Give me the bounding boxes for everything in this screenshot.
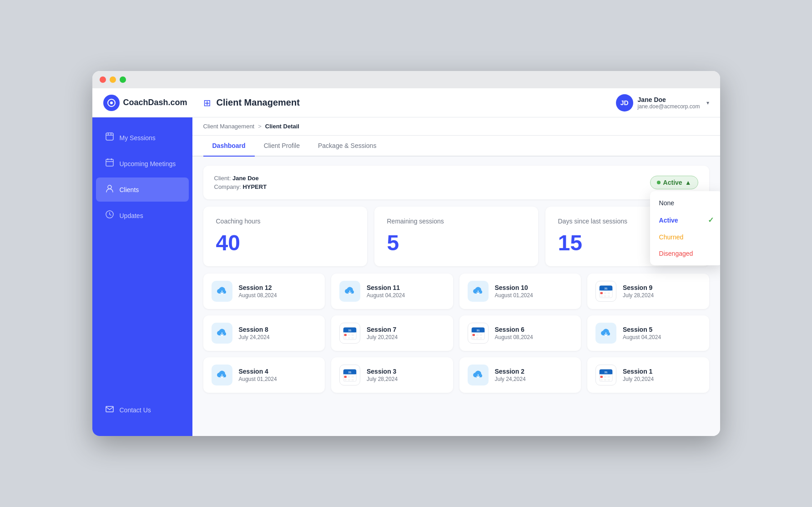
cloud-icon (212, 365, 232, 385)
session-date: August 01,2024 (495, 292, 573, 299)
churned-label: Churned (659, 233, 684, 241)
titlebar (92, 71, 720, 88)
session-card-session-12[interactable]: Session 12 August 08,2024 (203, 274, 325, 309)
status-option-active[interactable]: Active ✓ (650, 211, 720, 229)
svg-text:31: 31 (348, 329, 352, 332)
logo-icon (103, 95, 120, 111)
session-card-session-2[interactable]: Session 2 July 24,2024 (459, 357, 581, 393)
user-info: Jane Doe jane.doe@acmecorp.com (638, 96, 700, 110)
session-name: Session 11 (367, 284, 445, 291)
status-option-disengaged[interactable]: Disengaged (650, 245, 720, 262)
sidebar-bottom: Contact Us (92, 391, 192, 429)
session-info: Session 10 August 01,2024 (495, 284, 573, 299)
session-info: Session 9 July 28,2024 (623, 284, 701, 299)
svg-rect-19 (604, 292, 606, 294)
calendar-icon: 31 (595, 365, 616, 385)
status-option-churned[interactable]: Churned (650, 229, 720, 245)
session-info: Session 1 July 20,2024 (623, 368, 701, 382)
svg-rect-23 (608, 295, 610, 297)
svg-text:31: 31 (605, 287, 608, 290)
session-info: Session 3 July 28,2024 (367, 368, 445, 382)
svg-rect-42 (479, 334, 482, 336)
session-name: Session 9 (623, 284, 701, 291)
session-card-session-7[interactable]: 31 Session 7 July 20,2024 (331, 315, 453, 351)
svg-text:31: 31 (605, 370, 608, 374)
coaching-hours-value: 40 (216, 230, 354, 255)
session-info: Session 8 July 24,2024 (239, 326, 317, 340)
calendar-icon: 31 (468, 323, 489, 344)
tab-client-profile[interactable]: Client Profile (255, 136, 309, 157)
tab-package-sessions[interactable]: Package & Sessions (309, 136, 385, 157)
avatar: JD (616, 94, 633, 112)
session-date: August 08,2024 (239, 292, 317, 299)
maximize-button[interactable] (120, 76, 126, 83)
sidebar-item-my-sessions[interactable]: My Sessions (96, 126, 189, 150)
coaching-hours-label: Coaching hours (216, 218, 354, 225)
header-title-area: ⊞ Client Management (203, 97, 616, 108)
sidebar-label-upcoming-meetings: Upcoming Meetings (120, 160, 176, 167)
svg-rect-43 (472, 337, 474, 339)
svg-rect-31 (352, 334, 354, 336)
session-card-session-1[interactable]: 31 Session 1 July 20,2024 (587, 357, 709, 393)
session-card-session-6[interactable]: 31 Session 6 August 08,2024 (459, 315, 581, 351)
svg-rect-51 (344, 376, 347, 378)
tab-dashboard[interactable]: Dashboard (203, 136, 255, 157)
none-label: None (659, 199, 674, 207)
svg-rect-55 (348, 379, 350, 381)
session-date: August 04,2024 (623, 334, 701, 340)
client-header-card: Client: Jane Doe Company: HYPERT Active … (203, 166, 709, 199)
status-dropdown-menu: None Active ✓ Churned Disengaged (650, 191, 720, 265)
sidebar-item-updates[interactable]: Updates (96, 203, 189, 228)
updates-icon (105, 210, 114, 221)
session-card-session-11[interactable]: Session 11 August 04,2024 (331, 274, 453, 309)
session-name: Session 10 (495, 284, 573, 291)
session-card-session-10[interactable]: Session 10 August 01,2024 (459, 274, 581, 309)
clients-icon (105, 184, 114, 195)
remaining-sessions-label: Remaining sessions (387, 218, 525, 225)
session-card-session-4[interactable]: Session 4 August 01,2024 (203, 357, 325, 393)
svg-rect-41 (476, 334, 478, 336)
session-card-session-5[interactable]: Session 5 August 04,2024 (587, 315, 709, 351)
svg-rect-45 (479, 337, 482, 339)
status-option-none[interactable]: None (650, 195, 720, 211)
contact-icon (105, 405, 114, 415)
status-dot (657, 181, 661, 184)
session-card-session-9[interactable]: 31 Session 9 July 28,2024 (587, 274, 709, 309)
session-name: Session 4 (239, 368, 317, 375)
minimize-button[interactable] (110, 76, 116, 83)
session-info: Session 12 August 08,2024 (239, 284, 317, 299)
breadcrumb-parent[interactable]: Client Management (203, 123, 255, 130)
close-button[interactable] (100, 76, 106, 83)
tabs-bar: Dashboard Client Profile Package & Sessi… (192, 136, 720, 157)
cloud-icon (339, 281, 360, 302)
session-card-session-8[interactable]: Session 8 July 24,2024 (203, 315, 325, 351)
contact-us-label: Contact Us (120, 406, 151, 414)
traffic-lights (100, 76, 126, 83)
my-sessions-icon (105, 132, 114, 143)
sidebar-item-clients[interactable]: Clients (96, 177, 189, 202)
svg-rect-67 (608, 379, 610, 381)
svg-text:31: 31 (476, 329, 479, 332)
svg-rect-18 (600, 292, 603, 294)
session-info: Session 4 August 01,2024 (239, 368, 317, 382)
session-info: Session 6 August 08,2024 (495, 326, 573, 340)
session-date: July 24,2024 (239, 334, 317, 340)
svg-rect-54 (344, 379, 347, 381)
client-label: Client: Jane Doe (214, 175, 641, 182)
svg-rect-52 (348, 376, 350, 378)
disengaged-label: Disengaged (659, 250, 693, 257)
session-card-session-3[interactable]: 31 Session 3 July 28,2024 (331, 357, 453, 393)
header-user[interactable]: JD Jane Doe jane.doe@acmecorp.com ▾ (616, 94, 709, 112)
sidebar-item-upcoming-meetings[interactable]: Upcoming Meetings (96, 152, 189, 176)
contact-us-button[interactable]: Contact Us (96, 398, 189, 421)
svg-rect-56 (352, 379, 354, 381)
session-date: July 28,2024 (367, 376, 445, 382)
grid-icon: ⊞ (203, 97, 211, 108)
status-dropdown[interactable]: Active ▲ (650, 176, 698, 189)
stat-coaching-hours: Coaching hours 40 (203, 207, 367, 266)
svg-rect-66 (604, 379, 606, 381)
session-date: August 04,2024 (367, 292, 445, 299)
session-name: Session 7 (367, 326, 445, 333)
session-name: Session 6 (495, 326, 573, 333)
sidebar-label-my-sessions: My Sessions (120, 134, 156, 142)
